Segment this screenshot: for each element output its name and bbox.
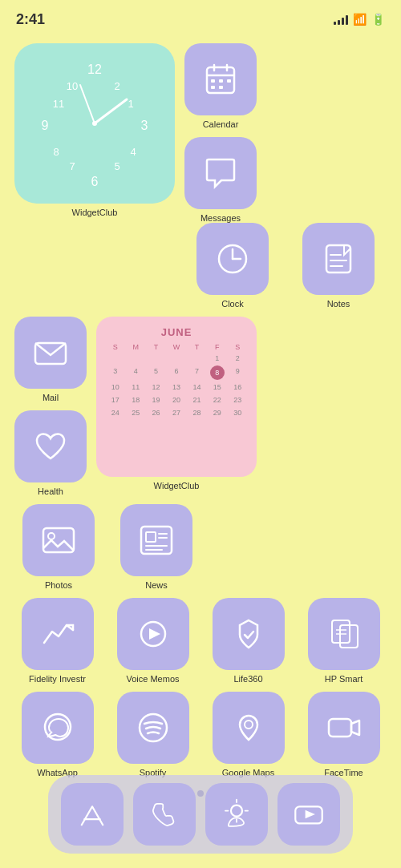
svg-text:4: 4 [130, 146, 136, 158]
cal-header-w: W [167, 343, 185, 351]
calendar-widget[interactable]: JUNE S M T W T F S 1 2 [96, 317, 257, 477]
cal-day-21[interactable]: 21 [188, 394, 206, 406]
cal-day-18[interactable]: 18 [126, 394, 144, 406]
phone-icon [133, 783, 196, 846]
wifi-icon: 📶 [353, 13, 367, 26]
cal-day-2[interactable]: 2 [229, 353, 247, 364]
svg-text:10: 10 [67, 80, 78, 92]
notes-label: Notes [327, 299, 350, 309]
cal-day-empty-5 [188, 353, 206, 364]
hp-smart-label: HP Smart [325, 674, 363, 684]
voice-memos-icon [117, 598, 189, 670]
cal-day-11[interactable]: 11 [126, 382, 144, 393]
cal-day-12[interactable]: 12 [147, 382, 165, 393]
clock-app[interactable]: Clock [184, 223, 281, 309]
cal-day-19[interactable]: 19 [147, 394, 165, 406]
svg-marker-41 [149, 628, 160, 640]
dock [48, 775, 353, 854]
widgetclub-clock-widget[interactable]: 12 3 6 9 10 2 11 1 4 5 7 8 [14, 43, 175, 204]
weather-dock[interactable] [205, 783, 268, 846]
cal-day-10[interactable]: 10 [106, 382, 124, 393]
right-stack-row1: Calendar Messages [184, 43, 257, 223]
row-5: Fidelity Investr Voice Memos Life360 [14, 598, 387, 684]
cal-header-f: F [208, 343, 226, 351]
hp-smart-icon [308, 598, 380, 670]
youtube-dock[interactable] [277, 783, 340, 846]
svg-marker-57 [306, 810, 315, 819]
cal-day-empty-4 [167, 353, 185, 364]
cal-day-29[interactable]: 29 [208, 407, 226, 418]
home-screen: 12 3 6 9 10 2 11 1 4 5 7 8 [0, 35, 401, 808]
cal-day-16[interactable]: 16 [229, 382, 247, 393]
fidelity-icon [22, 598, 94, 670]
cal-day-20[interactable]: 20 [167, 394, 185, 406]
mail-icon [14, 317, 87, 389]
cal-day-7[interactable]: 7 [188, 365, 206, 380]
weather-icon [205, 783, 268, 846]
cal-day-8-today[interactable]: 8 [210, 365, 225, 380]
cal-day-4[interactable]: 4 [126, 365, 144, 380]
phone-dock[interactable] [133, 783, 196, 846]
svg-line-12 [95, 99, 127, 123]
cal-day-15[interactable]: 15 [208, 382, 226, 393]
health-app[interactable]: Health [14, 410, 87, 496]
cal-day-empty-3 [147, 353, 165, 364]
fidelity-app[interactable]: Fidelity Investr [14, 598, 100, 684]
cal-day-24[interactable]: 24 [106, 407, 124, 418]
mail-label: Mail [43, 393, 59, 402]
facetime-icon [308, 692, 380, 764]
cal-day-22[interactable]: 22 [208, 394, 226, 406]
app-store-icon [61, 783, 124, 846]
cal-header-t2: T [188, 343, 206, 351]
cal-day-30[interactable]: 30 [229, 407, 247, 418]
news-app[interactable]: News [112, 504, 200, 590]
row-3: Mail Health JUNE S M T W [14, 317, 387, 496]
cal-day-1[interactable]: 1 [208, 353, 226, 364]
cal-day-5[interactable]: 5 [147, 365, 165, 380]
cal-day-17[interactable]: 17 [106, 394, 124, 406]
hp-smart-app[interactable]: HP Smart [301, 598, 387, 684]
widgetclub-widget[interactable]: 12 3 6 9 10 2 11 1 4 5 7 8 [14, 43, 175, 217]
notes-app[interactable]: Notes [290, 223, 387, 309]
messages-label: Messages [200, 213, 241, 223]
life360-app[interactable]: Life360 [205, 598, 291, 684]
photos-app[interactable]: Photos [14, 504, 103, 590]
calendar-widget-container[interactable]: JUNE S M T W T F S 1 2 [96, 317, 257, 491]
cal-day-23[interactable]: 23 [229, 394, 247, 406]
status-icons: 📶 🔋 [334, 13, 385, 26]
messages-app[interactable]: Messages [184, 137, 257, 223]
svg-text:12: 12 [87, 63, 102, 76]
cal-day-13[interactable]: 13 [167, 382, 185, 393]
calendar-app[interactable]: Calendar [184, 43, 257, 129]
cal-day-26[interactable]: 26 [147, 407, 165, 418]
clock-label: Clock [221, 299, 244, 309]
cal-day-25[interactable]: 25 [126, 407, 144, 418]
cal-grid: S M T W T F S 1 2 3 4 [106, 343, 247, 418]
row-1: 12 3 6 9 10 2 11 1 4 5 7 8 [14, 43, 387, 223]
messages-icon [184, 137, 257, 209]
whatsapp-app[interactable]: WhatsApp [14, 692, 100, 777]
facetime-app[interactable]: FaceTime [301, 692, 387, 777]
status-bar: 2:41 📶 🔋 [0, 0, 401, 35]
mail-app[interactable]: Mail [14, 317, 87, 402]
spotify-icon [117, 692, 189, 764]
spotify-app[interactable]: Spotify [110, 692, 196, 777]
svg-rect-21 [227, 79, 231, 83]
svg-rect-32 [43, 528, 74, 552]
row-4: Photos News [14, 504, 387, 590]
app-store-dock[interactable] [61, 783, 124, 846]
cal-day-9[interactable]: 9 [229, 365, 247, 380]
cal-day-28[interactable]: 28 [188, 407, 206, 418]
voice-memos-app[interactable]: Voice Memos [110, 598, 196, 684]
svg-point-51 [231, 805, 242, 817]
cal-day-6[interactable]: 6 [167, 365, 185, 380]
cal-day-27[interactable]: 27 [167, 407, 185, 418]
notes-icon [302, 223, 375, 295]
cal-day-14[interactable]: 14 [188, 382, 206, 393]
svg-text:3: 3 [141, 119, 148, 132]
fidelity-label: Fidelity Investr [29, 674, 86, 684]
news-label: News [145, 580, 168, 590]
svg-text:6: 6 [91, 175, 99, 188]
cal-day-3[interactable]: 3 [106, 365, 124, 380]
google-maps-app[interactable]: Google Maps [205, 692, 291, 777]
